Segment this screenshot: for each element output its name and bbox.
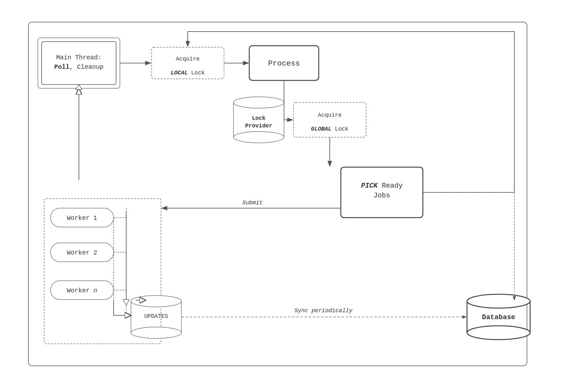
worker2-label: Worker 2 <box>67 249 97 256</box>
acquire-global-label1: Acquire <box>318 112 342 118</box>
database-bottom <box>467 326 530 340</box>
diagram-container: Main Thread: Poll, Cleanup Acquire LOCAL… <box>19 13 549 378</box>
workers-container <box>44 199 161 344</box>
pick-ready-jobs-label1: PICK Ready <box>361 182 403 190</box>
submit-label: Submit <box>242 200 263 206</box>
main-thread-label-line2: Poll, Cleanup <box>54 63 104 71</box>
acquire-local-label2: LOCAL Lock <box>171 70 205 76</box>
lock-provider-label1: Lock <box>252 115 265 121</box>
lock-provider-cylinder-bottom <box>234 132 284 143</box>
acquire-local-label1: Acquire <box>176 56 200 62</box>
main-thread-inner <box>42 42 116 85</box>
main-thread-label-line1: Main Thread: <box>56 54 102 61</box>
process-label: Process <box>268 59 300 68</box>
updates-cylinder-top <box>131 295 181 307</box>
lock-provider-cylinder-top <box>234 97 284 108</box>
worker1-label: Worker 1 <box>67 214 97 222</box>
arrow-pick-loop-top <box>188 32 514 192</box>
outer-boundary <box>28 22 527 366</box>
arrow-pick-to-db-dashed <box>423 192 514 300</box>
main-thread-outer <box>38 38 120 88</box>
updates-cylinder-bottom <box>131 327 181 338</box>
acquire-global-label2: GLOBAL Lock <box>311 126 349 132</box>
database-top <box>467 294 530 308</box>
arrow-process-to-global <box>284 80 293 120</box>
lock-provider-label2: Provider <box>245 123 272 129</box>
workern-label: Worker n <box>67 287 97 294</box>
pick-ready-jobs-label2: Jobs <box>374 192 390 200</box>
database-label: Database <box>482 313 515 321</box>
arrow-down-open-workers <box>123 300 129 305</box>
arrow-up-open-main <box>76 85 82 90</box>
sync-label: Sync periodically <box>294 307 353 314</box>
updates-label: UPDATES <box>144 313 168 319</box>
